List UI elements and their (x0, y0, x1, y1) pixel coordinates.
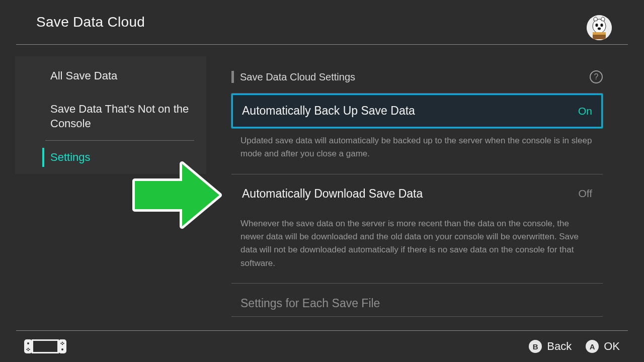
svg-rect-11 (33, 341, 57, 352)
svg-point-19 (62, 344, 63, 345)
header: Save Data Cloud (0, 0, 644, 44)
header-divider (16, 44, 628, 45)
divider (231, 283, 603, 284)
svg-rect-9 (58, 339, 66, 353)
svg-rect-7 (593, 32, 606, 35)
sidebar-item-label: Save Data That's Not on the Console (50, 103, 189, 130)
hint-back[interactable]: B Back (529, 340, 572, 353)
option-auto-backup[interactable]: Automatically Back Up Save Data On (231, 94, 603, 128)
svg-point-20 (60, 343, 61, 344)
svg-point-4 (600, 24, 603, 27)
b-button-icon: B (529, 340, 542, 353)
svg-point-15 (28, 350, 29, 351)
help-icon[interactable]: ? (590, 70, 603, 83)
sidebar-item-label: Settings (50, 151, 91, 163)
sidebar: All Save Data Save Data That's Not on th… (15, 56, 206, 174)
sidebar-item-all-save-data[interactable]: All Save Data (15, 59, 206, 93)
svg-point-18 (62, 342, 63, 343)
option-label: Automatically Back Up Save Data (242, 104, 415, 118)
divider (231, 316, 603, 317)
svg-point-5 (598, 28, 601, 30)
option-auto-backup-desc: Updated save data will automatically be … (231, 128, 603, 172)
section-marker (231, 71, 234, 83)
svg-point-12 (27, 342, 29, 344)
svg-point-13 (61, 348, 63, 350)
sub-section-each-save-file[interactable]: Settings for Each Save File (231, 286, 603, 314)
svg-point-14 (28, 348, 29, 349)
svg-point-16 (26, 349, 27, 350)
section-header: Save Data Cloud Settings ? (231, 70, 603, 83)
option-value: On (578, 105, 592, 117)
section-title: Save Data Cloud Settings (240, 71, 590, 83)
a-button-icon: A (586, 340, 599, 353)
svg-point-17 (29, 349, 30, 350)
option-auto-download[interactable]: Automatically Download Save Data Off (231, 176, 603, 211)
sidebar-item-label: All Save Data (50, 69, 117, 82)
sidebar-item-settings[interactable]: Settings (15, 141, 206, 174)
svg-point-3 (595, 24, 598, 27)
option-auto-download-desc: Whenever the save data on the server is … (231, 211, 603, 281)
sidebar-item-not-on-console[interactable]: Save Data That's Not on the Console (15, 93, 206, 140)
option-value: Off (578, 188, 592, 200)
svg-rect-8 (24, 339, 32, 353)
option-label: Automatically Download Save Data (242, 187, 423, 201)
hint-label: OK (604, 340, 620, 353)
divider (231, 174, 603, 174)
user-avatar[interactable] (587, 15, 612, 40)
controller-icon (24, 338, 66, 354)
main-panel: Save Data Cloud Settings ? Automatically… (231, 70, 603, 319)
svg-point-21 (63, 343, 64, 344)
hint-label: Back (547, 340, 572, 353)
hint-ok[interactable]: A OK (586, 340, 620, 353)
page-title: Save Data Cloud (36, 0, 608, 44)
footer: B Back A OK (0, 331, 644, 362)
